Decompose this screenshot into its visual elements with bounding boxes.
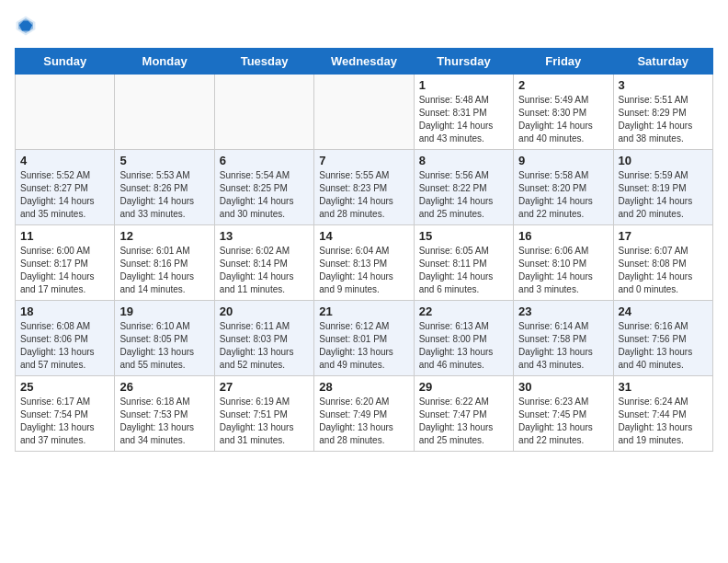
day-number: 29	[419, 380, 508, 394]
calendar-day-cell	[16, 75, 115, 150]
day-number: 17	[619, 229, 708, 243]
calendar-day-cell	[314, 75, 414, 150]
day-number: 28	[319, 380, 408, 394]
day-number: 5	[119, 154, 209, 167]
weekday-header: Friday	[514, 49, 613, 75]
day-info: Sunrise: 6:13 AM Sunset: 8:00 PM Dayligh…	[419, 320, 508, 372]
day-info: Sunrise: 6:24 AM Sunset: 7:44 PM Dayligh…	[619, 396, 708, 447]
calendar-day-cell: 11Sunrise: 6:00 AM Sunset: 8:17 PM Dayli…	[16, 225, 115, 301]
day-info: Sunrise: 5:56 AM Sunset: 8:22 PM Dayligh…	[419, 169, 508, 221]
day-number: 24	[619, 304, 708, 318]
day-number: 25	[20, 380, 109, 394]
day-info: Sunrise: 5:58 AM Sunset: 8:20 PM Dayligh…	[518, 169, 608, 221]
day-number: 3	[619, 78, 708, 92]
calendar-week-row: 1Sunrise: 5:48 AM Sunset: 8:31 PM Daylig…	[16, 75, 713, 150]
day-info: Sunrise: 5:59 AM Sunset: 8:19 PM Dayligh…	[619, 169, 708, 221]
calendar-week-row: 11Sunrise: 6:00 AM Sunset: 8:17 PM Dayli…	[16, 225, 713, 301]
calendar-day-cell: 25Sunrise: 6:17 AM Sunset: 7:54 PM Dayli…	[16, 376, 115, 452]
day-number: 14	[319, 229, 408, 243]
calendar-day-cell	[115, 75, 214, 150]
day-info: Sunrise: 6:12 AM Sunset: 8:01 PM Dayligh…	[319, 320, 408, 372]
weekday-header: Saturday	[613, 49, 712, 75]
day-info: Sunrise: 6:10 AM Sunset: 8:05 PM Dayligh…	[119, 320, 209, 372]
day-info: Sunrise: 6:20 AM Sunset: 7:49 PM Dayligh…	[319, 396, 408, 447]
day-info: Sunrise: 5:48 AM Sunset: 8:31 PM Dayligh…	[419, 94, 508, 145]
day-info: Sunrise: 5:52 AM Sunset: 8:27 PM Dayligh…	[20, 169, 109, 221]
logo	[15, 15, 40, 37]
day-number: 21	[319, 304, 408, 318]
day-number: 27	[220, 380, 309, 394]
calendar-day-cell: 19Sunrise: 6:10 AM Sunset: 8:05 PM Dayli…	[115, 301, 214, 376]
weekday-header: Monday	[115, 49, 214, 75]
day-number: 2	[518, 78, 608, 92]
calendar-day-cell: 9Sunrise: 5:58 AM Sunset: 8:20 PM Daylig…	[514, 150, 613, 225]
day-info: Sunrise: 6:00 AM Sunset: 8:17 PM Dayligh…	[20, 245, 109, 296]
day-number: 7	[319, 154, 408, 167]
calendar-day-cell: 30Sunrise: 6:23 AM Sunset: 7:45 PM Dayli…	[514, 376, 613, 452]
day-number: 6	[220, 154, 309, 167]
calendar-day-cell: 17Sunrise: 6:07 AM Sunset: 8:08 PM Dayli…	[613, 225, 712, 301]
day-info: Sunrise: 6:19 AM Sunset: 7:51 PM Dayligh…	[220, 396, 309, 447]
day-info: Sunrise: 5:51 AM Sunset: 8:29 PM Dayligh…	[619, 94, 708, 145]
day-info: Sunrise: 6:01 AM Sunset: 8:16 PM Dayligh…	[119, 245, 209, 296]
day-number: 30	[518, 380, 608, 394]
day-info: Sunrise: 6:06 AM Sunset: 8:10 PM Dayligh…	[518, 245, 608, 296]
day-info: Sunrise: 6:17 AM Sunset: 7:54 PM Dayligh…	[20, 396, 109, 447]
day-number: 15	[419, 229, 508, 243]
page-header	[15, 15, 713, 37]
day-number: 9	[518, 154, 608, 167]
day-info: Sunrise: 6:16 AM Sunset: 7:56 PM Dayligh…	[619, 320, 708, 372]
weekday-header: Thursday	[414, 49, 513, 75]
calendar-week-row: 4Sunrise: 5:52 AM Sunset: 8:27 PM Daylig…	[16, 150, 713, 225]
calendar-table: SundayMondayTuesdayWednesdayThursdayFrid…	[15, 48, 713, 452]
calendar-day-cell: 15Sunrise: 6:05 AM Sunset: 8:11 PM Dayli…	[414, 225, 513, 301]
day-number: 1	[419, 78, 508, 92]
day-number: 22	[419, 304, 508, 318]
day-info: Sunrise: 6:05 AM Sunset: 8:11 PM Dayligh…	[419, 245, 508, 296]
day-number: 8	[419, 154, 508, 167]
day-number: 19	[119, 304, 209, 318]
calendar-day-cell	[214, 75, 313, 150]
calendar-day-cell: 5Sunrise: 5:53 AM Sunset: 8:26 PM Daylig…	[115, 150, 214, 225]
day-number: 23	[518, 304, 608, 318]
day-number: 13	[220, 229, 309, 243]
day-number: 4	[20, 154, 109, 167]
day-info: Sunrise: 6:11 AM Sunset: 8:03 PM Dayligh…	[220, 320, 309, 372]
day-info: Sunrise: 6:04 AM Sunset: 8:13 PM Dayligh…	[319, 245, 408, 296]
day-info: Sunrise: 6:08 AM Sunset: 8:06 PM Dayligh…	[20, 320, 109, 372]
calendar-header-row: SundayMondayTuesdayWednesdayThursdayFrid…	[16, 49, 713, 75]
calendar-day-cell: 12Sunrise: 6:01 AM Sunset: 8:16 PM Dayli…	[115, 225, 214, 301]
day-info: Sunrise: 5:53 AM Sunset: 8:26 PM Dayligh…	[119, 169, 209, 221]
weekday-header: Sunday	[16, 49, 115, 75]
calendar-day-cell: 21Sunrise: 6:12 AM Sunset: 8:01 PM Dayli…	[314, 301, 414, 376]
calendar-day-cell: 28Sunrise: 6:20 AM Sunset: 7:49 PM Dayli…	[314, 376, 414, 452]
calendar-day-cell: 8Sunrise: 5:56 AM Sunset: 8:22 PM Daylig…	[414, 150, 513, 225]
calendar-day-cell: 31Sunrise: 6:24 AM Sunset: 7:44 PM Dayli…	[613, 376, 712, 452]
calendar-week-row: 18Sunrise: 6:08 AM Sunset: 8:06 PM Dayli…	[16, 301, 713, 376]
calendar-day-cell: 4Sunrise: 5:52 AM Sunset: 8:27 PM Daylig…	[16, 150, 115, 225]
calendar-day-cell: 20Sunrise: 6:11 AM Sunset: 8:03 PM Dayli…	[214, 301, 313, 376]
calendar-day-cell: 2Sunrise: 5:49 AM Sunset: 8:30 PM Daylig…	[514, 75, 613, 150]
logo-icon	[15, 15, 37, 37]
calendar-day-cell: 22Sunrise: 6:13 AM Sunset: 8:00 PM Dayli…	[414, 301, 513, 376]
calendar-day-cell: 23Sunrise: 6:14 AM Sunset: 7:58 PM Dayli…	[514, 301, 613, 376]
day-number: 20	[220, 304, 309, 318]
day-number: 18	[20, 304, 109, 318]
calendar-day-cell: 24Sunrise: 6:16 AM Sunset: 7:56 PM Dayli…	[613, 301, 712, 376]
day-info: Sunrise: 6:07 AM Sunset: 8:08 PM Dayligh…	[619, 245, 708, 296]
day-info: Sunrise: 5:54 AM Sunset: 8:25 PM Dayligh…	[220, 169, 309, 221]
calendar-day-cell: 27Sunrise: 6:19 AM Sunset: 7:51 PM Dayli…	[214, 376, 313, 452]
calendar-day-cell: 1Sunrise: 5:48 AM Sunset: 8:31 PM Daylig…	[414, 75, 513, 150]
day-info: Sunrise: 6:23 AM Sunset: 7:45 PM Dayligh…	[518, 396, 608, 447]
day-number: 12	[119, 229, 209, 243]
calendar-day-cell: 6Sunrise: 5:54 AM Sunset: 8:25 PM Daylig…	[214, 150, 313, 225]
day-number: 16	[518, 229, 608, 243]
weekday-header: Wednesday	[314, 49, 414, 75]
day-info: Sunrise: 5:55 AM Sunset: 8:23 PM Dayligh…	[319, 169, 408, 221]
calendar-day-cell: 10Sunrise: 5:59 AM Sunset: 8:19 PM Dayli…	[613, 150, 712, 225]
calendar-day-cell: 3Sunrise: 5:51 AM Sunset: 8:29 PM Daylig…	[613, 75, 712, 150]
calendar-day-cell: 16Sunrise: 6:06 AM Sunset: 8:10 PM Dayli…	[514, 225, 613, 301]
day-info: Sunrise: 6:18 AM Sunset: 7:53 PM Dayligh…	[119, 396, 209, 447]
day-info: Sunrise: 6:22 AM Sunset: 7:47 PM Dayligh…	[419, 396, 508, 447]
day-info: Sunrise: 5:49 AM Sunset: 8:30 PM Dayligh…	[518, 94, 608, 145]
